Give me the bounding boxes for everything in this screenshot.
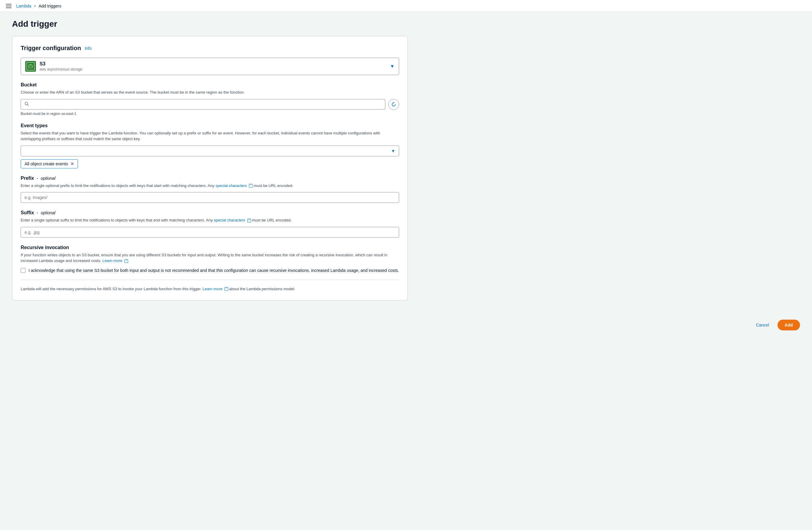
s3-icon [25,61,36,72]
menu-icon[interactable] [6,4,11,8]
s3-info: S3 aws asynchronous storage [40,61,83,71]
nav-current: Add triggers [39,4,61,9]
s3-dropdown-arrow: ▼ [390,64,395,69]
bucket-section-title: Bucket [21,82,399,88]
s3-tags: aws asynchronous storage [40,67,83,71]
suffix-external-link-icon [247,219,251,222]
recursive-checkbox-label: I acknowledge that using the same S3 buc… [28,267,399,274]
prefix-section: Prefix - optional Enter a single optiona… [21,176,399,203]
event-tag-label: All object create events [25,162,68,166]
recursive-title: Recursive invocation [21,245,399,250]
bucket-section-desc: Choose or enter the ARN of an S3 bucket … [21,89,399,95]
prefix-title: Prefix - optional [21,176,399,181]
nav-separator: > [34,4,36,9]
top-nav: Lambda > Add triggers [0,0,812,12]
recursive-learn-more-link[interactable]: Learn more [102,259,122,263]
refresh-button[interactable] [388,99,399,110]
bucket-search-wrapper[interactable] [21,99,385,110]
event-tag-chip: All object create events ✕ [21,159,78,168]
s3-selector-left: S3 aws asynchronous storage [25,61,83,72]
bucket-input-row [21,99,399,110]
s3-name: S3 [40,61,83,67]
section-divider [21,280,399,280]
prefix-external-link-icon [249,184,252,187]
suffix-desc: Enter a single optional suffix to limit … [21,217,399,223]
footer-learn-more-link[interactable]: Learn more [203,287,222,291]
recursive-external-icon [125,259,128,263]
recursive-checkbox-row: I acknowledge that using the same S3 buc… [21,267,399,274]
card-title-row: Trigger configuration Info [21,45,399,52]
bucket-section: Bucket Choose or enter the ARN of an S3 … [21,82,399,116]
suffix-title: Suffix - optional [21,210,399,215]
card-title: Trigger configuration [21,45,81,52]
footer-note: Lambda will add the necessary permission… [21,286,399,292]
s3-icon-inner [26,62,35,71]
suffix-special-chars-link[interactable]: special characters [214,218,245,222]
event-types-title: Event types [21,123,399,128]
event-types-section: Event types Select the events that you w… [21,123,399,168]
page-title: Add trigger [12,19,408,29]
svg-point-1 [25,102,28,105]
recursive-section: Recursive invocation If your function wr… [21,245,399,274]
recursive-desc: If your function writes objects to an S3… [21,252,399,264]
search-icon [25,102,29,107]
trigger-config-card: Trigger configuration Info S3 a [12,36,408,301]
s3-selector[interactable]: S3 aws asynchronous storage ▼ [21,58,399,75]
suffix-input[interactable] [21,227,399,238]
cancel-button[interactable]: Cancel [751,320,774,330]
prefix-desc: Enter a single optional prefix to limit … [21,183,399,189]
event-types-dropdown[interactable]: ▼ [21,145,399,156]
prefix-special-chars-link[interactable]: special characters [216,183,247,188]
region-note: Bucket must be in region us-east-1 [21,112,399,116]
bucket-input[interactable] [31,102,381,107]
prefix-input[interactable] [21,192,399,203]
add-button[interactable]: Add [778,320,800,331]
suffix-section: Suffix - optional Enter a single optiona… [21,210,399,238]
info-link[interactable]: Info [85,46,91,51]
event-tag-close[interactable]: ✕ [71,162,74,166]
recursive-checkbox[interactable] [21,268,26,273]
event-types-desc: Select the events that you want to have … [21,130,399,142]
lambda-nav-link[interactable]: Lambda [16,4,31,9]
page-content: Add trigger Trigger configuration Info [0,12,420,313]
event-dropdown-arrow: ▼ [391,149,395,153]
page-footer: Cancel Add [0,313,812,336]
footer-external-icon [224,287,228,291]
